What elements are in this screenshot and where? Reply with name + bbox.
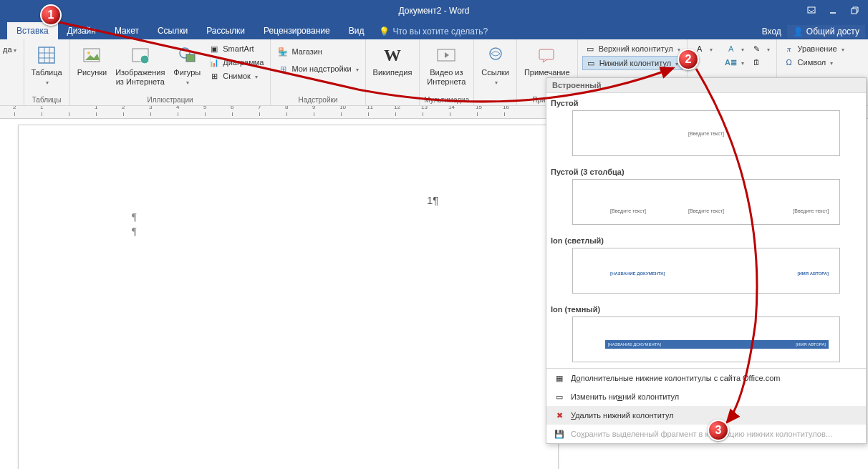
- svg-rect-2: [852, 9, 857, 14]
- wikipedia-icon: W: [381, 44, 404, 67]
- title-bar: Документ2 - Word: [0, 0, 868, 21]
- gallery-item-blank3col[interactable]: [Введите текст] [Введите текст] [Введите…: [546, 179, 866, 231]
- table-button[interactable]: Таблица: [29, 42, 65, 89]
- symbols-col: πУравнение ΩСимвол: [781, 42, 847, 69]
- store-button[interactable]: 🏪Магазин: [275, 45, 360, 58]
- ruler-mark: 13: [421, 106, 428, 110]
- ruler-mark: 14: [448, 106, 455, 110]
- ruler-mark: 1: [95, 106, 97, 110]
- group-label-tables: Таблицы: [29, 96, 65, 105]
- links-label: Ссылки: [481, 68, 509, 77]
- tab-layout[interactable]: Макет: [105, 22, 148, 39]
- ruler-mark: 7: [258, 106, 261, 110]
- page[interactable]: 1¶ ¶ ¶: [18, 125, 559, 469]
- svg-rect-16: [539, 49, 554, 59]
- callout-badge-3: 3: [708, 420, 729, 441]
- footer-gallery-dropdown: Встроенный Пустой [Введите текст] Пустой…: [546, 77, 867, 444]
- gallery-item-ion-light[interactable]: [НАЗВАНИЕ ДОКУМЕНТА] [ИМЯ АВТОРА]: [546, 248, 866, 299]
- ruler-mark: 2: [13, 106, 16, 110]
- ribbon-group-links: Ссылки: [474, 39, 517, 105]
- tab-view[interactable]: Вид: [339, 22, 374, 39]
- ribbon-display-icon[interactable]: [801, 2, 822, 19]
- restore-button[interactable]: [844, 2, 865, 19]
- lightbulb-icon: 💡: [379, 26, 390, 37]
- symbol-button[interactable]: ΩСимвол: [781, 56, 847, 69]
- pictures-button[interactable]: Рисунки: [74, 42, 110, 79]
- online-pic-l2: из Интернета: [116, 77, 165, 86]
- tell-me-search[interactable]: 💡 Что вы хотите сделать?: [379, 26, 488, 39]
- edit-footer[interactable]: ▭ Изменить нижний колонтитул: [546, 387, 866, 406]
- smartart-button[interactable]: ▣SmartArt: [206, 42, 266, 55]
- svg-point-9: [87, 52, 90, 54]
- header-button[interactable]: ▭Верхний колонтитул: [582, 42, 683, 55]
- gallery-item-label: Ion (темный): [546, 299, 866, 316]
- chart-button[interactable]: 📊Диаграмма: [206, 56, 266, 69]
- share-button[interactable]: 👤 Общий досту: [787, 25, 865, 38]
- my-addins-button[interactable]: ⊞Мои надстройки: [275, 62, 360, 75]
- omega-icon: Ω: [783, 57, 795, 68]
- shapes-button[interactable]: Фигуры: [170, 42, 203, 89]
- symbol-label: Символ: [798, 58, 826, 67]
- ruler-mark: 3: [149, 106, 152, 110]
- shapes-icon: [175, 44, 198, 67]
- tab-mailings[interactable]: Рассылки: [197, 22, 254, 39]
- remove-footer[interactable]: ✖ Удалить нижний колонтитул: [546, 406, 866, 425]
- more-footers-office[interactable]: ▦ Дополнительные нижние колонтитулы с са…: [546, 369, 866, 387]
- ruler-mark: 6: [231, 106, 233, 110]
- menu-item-label: Дополнительные нижние колонтитулы с сайт…: [571, 374, 780, 382]
- sig-btn[interactable]: ✎: [749, 42, 772, 55]
- gallery-item-ion-dark[interactable]: [НАЗВАНИЕ ДОКУМЕНТА] [ИМЯ АВТОРА]: [546, 316, 866, 368]
- ruler-mark: 10: [339, 106, 346, 110]
- tab-design[interactable]: Дизайн: [58, 22, 105, 39]
- menu-item-label: Изменить нижний колонтитул: [571, 392, 679, 401]
- ribbon-group-addins: 🏪Магазин ⊞Мои надстройки Надстройки: [271, 39, 365, 105]
- sig-icon: ✎: [751, 43, 763, 54]
- chart-icon: 📊: [208, 57, 220, 68]
- illustr-small-col: ▣SmartArt 📊Диаграмма ⊞Снимок: [206, 42, 266, 82]
- comment-button[interactable]: Примечание: [521, 42, 573, 79]
- video-l2: Интернета: [427, 77, 466, 86]
- text-col2: ✎ 🗓: [749, 42, 772, 69]
- placeholder-text: [Введите текст]: [688, 208, 724, 213]
- ribbon-group-pages: да: [0, 39, 24, 105]
- dropcap-btn[interactable]: A≣: [723, 56, 746, 69]
- ribbon-group-illustrations: Рисунки Изображенияиз Интернета Фигуры ▣…: [70, 39, 271, 105]
- tab-references[interactable]: Ссылки: [148, 22, 197, 39]
- picture-icon: [80, 44, 103, 67]
- ruler-mark: 16: [503, 106, 509, 110]
- tab-review[interactable]: Рецензирование: [254, 22, 339, 39]
- footer-button[interactable]: ▭Нижний колонтитул: [582, 56, 683, 70]
- callout-badge-1: 1: [40, 4, 62, 26]
- links-button[interactable]: Ссылки: [478, 42, 512, 89]
- group-label-links: [478, 96, 512, 105]
- ruler-mark: 9: [312, 106, 315, 110]
- login-link[interactable]: Вход: [762, 26, 781, 37]
- svg-point-11: [140, 55, 149, 64]
- gallery-item-blank[interactable]: [Введите текст]: [546, 110, 866, 162]
- online-pictures-button[interactable]: Изображенияиз Интернета: [112, 42, 168, 88]
- save-footer-icon: 💾: [554, 428, 565, 440]
- ruler-mark: 12: [394, 106, 400, 110]
- pages-dropdown[interactable]: да: [0, 42, 19, 57]
- date-btn[interactable]: 🗓: [749, 56, 772, 69]
- gallery-footer-menu: ▦ Дополнительные нижние колонтитулы с са…: [546, 368, 866, 443]
- placeholder-text: [Введите текст]: [610, 208, 646, 213]
- group-label-addins: Надстройки: [275, 96, 360, 105]
- ruler-mark: 11: [367, 106, 373, 110]
- screenshot-button[interactable]: ⊞Снимок: [206, 69, 266, 82]
- minimize-button[interactable]: [822, 2, 844, 19]
- online-video-button[interactable]: Видео изИнтернета: [424, 42, 468, 88]
- addins-icon: ⊞: [277, 63, 289, 74]
- page-number-text: 1¶: [427, 194, 438, 206]
- placeholder-text: [ИМЯ АВТОРА]: [797, 271, 829, 276]
- menu-item-label: Сохранить выделенный фрагмент в коллекци…: [571, 430, 832, 438]
- equation-label: Уравнение: [798, 44, 837, 53]
- gallery-header: Встроенный: [546, 78, 866, 93]
- wordart-btn[interactable]: A: [723, 42, 746, 55]
- gallery-item-label: Пустой: [546, 93, 866, 110]
- office-footer-icon: ▦: [554, 372, 565, 384]
- wikipedia-button[interactable]: W Википедия: [370, 42, 415, 79]
- equation-button[interactable]: πУравнение: [781, 42, 847, 55]
- gallery-item-label: Пустой (3 столбца): [546, 162, 866, 179]
- addins-col: 🏪Магазин ⊞Мои надстройки: [275, 42, 360, 75]
